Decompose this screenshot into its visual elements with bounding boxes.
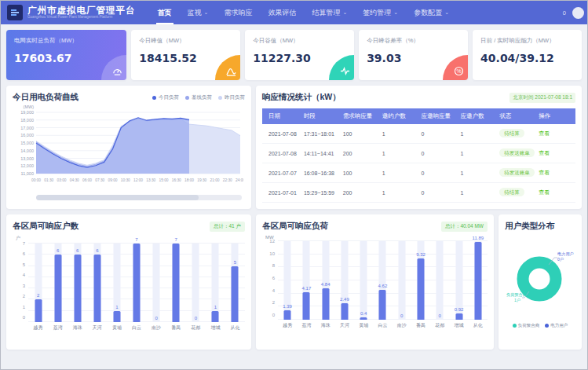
table-cell: 1	[458, 144, 497, 163]
response-table: 日期时段需求响应量邀约户数应邀响应量应邀户数状态操作 2021-07-0817:…	[262, 108, 575, 203]
table-cell: 2021-07-07	[262, 163, 301, 183]
legend-item-电力用户[interactable]: 电力用户	[545, 323, 568, 328]
table-cell: 1	[380, 183, 419, 203]
table-header-邀约户数: 邀约户数	[380, 108, 419, 124]
table-cell: 2021-07-08	[262, 124, 301, 144]
svg-text:19:30: 19:30	[197, 178, 206, 182]
bar-value-label: 6	[57, 248, 59, 253]
legend-item-昨日负荷[interactable]: 昨日负荷	[218, 94, 245, 101]
table-cell: 1	[380, 124, 419, 144]
legend-item-负荷聚合商[interactable]: 负荷聚合商	[513, 323, 540, 328]
svg-text:15,000: 15,000	[20, 141, 34, 145]
datazoom-slider[interactable]	[36, 195, 242, 200]
bar-plot-area: 1.394.174.842.490.44.6209.3200.9211.89	[278, 241, 488, 320]
table-cell: 200	[341, 183, 380, 203]
table-header-应邀户数: 应邀户数	[458, 108, 497, 124]
table-cell: 2021-07-08	[262, 144, 301, 163]
table-cell: 0	[419, 124, 458, 144]
nav-item-首页[interactable]: 首页	[150, 1, 180, 24]
y-axis-unit: MW	[265, 235, 488, 240]
district-users-total-badge: 总计：41 户	[210, 222, 245, 232]
avatar[interactable]	[572, 7, 584, 19]
table-cell: 15:29~15:59	[301, 183, 341, 203]
bar-value-label: 1	[115, 305, 118, 310]
nav-item-效果评估[interactable]: 效果评估	[260, 1, 304, 24]
response-table-body: 2021-07-0817:31~18:01100101待结算查看2021-07-…	[262, 124, 575, 203]
bar-增城: 1	[206, 244, 225, 322]
kpi-label: 日前 / 实时响应能力（MW）	[480, 37, 574, 45]
bar-value-label: 7	[135, 237, 137, 242]
table-header-状态: 状态	[497, 108, 536, 124]
kpi-card-today-peak: 今日峰值（MW） 18415.52	[131, 30, 240, 80]
nav-item-签约管理[interactable]: 签约管理⌄	[355, 1, 406, 24]
kpi-value: 11227.30	[253, 52, 346, 64]
bar-南沙: 0	[147, 244, 166, 322]
kpi-value: 40.04/39.12	[480, 52, 574, 64]
svg-text:12:00: 12:00	[133, 178, 143, 182]
response-stats-title: 响应情况统计（kW）	[262, 92, 341, 103]
status-badge: 待发送账单	[499, 168, 535, 177]
table-cell: 200	[341, 144, 380, 163]
svg-text:18:00: 18:00	[184, 178, 194, 182]
y-axis: 121086420	[262, 239, 278, 317]
view-link[interactable]: 查看	[539, 130, 550, 136]
svg-text:03:00: 03:00	[57, 178, 66, 182]
kpi-value: 39.03	[367, 52, 460, 64]
bar-从化: 11.89	[469, 241, 488, 320]
kpi-label: 今日谷值（MW）	[253, 37, 346, 45]
district-users-panel: 各区局可响应户数 总计：41 户 户7654321026661707015越秀荔…	[6, 214, 251, 350]
bar-value-label: 2	[37, 293, 39, 298]
table-cell: 1	[380, 144, 419, 163]
bar-value-label: 0	[195, 316, 197, 321]
chevron-down-icon: ⌄	[204, 9, 209, 16]
kpi-card-today-valley: 今日谷值（MW） 11227.30	[245, 30, 354, 80]
table-cell: 16:08~16:38	[301, 163, 341, 183]
datazoom-handle[interactable]	[36, 195, 199, 200]
svg-text:09:00: 09:00	[108, 178, 117, 182]
nav-item-参数配置[interactable]: 参数配置⌄	[406, 1, 457, 24]
nav-item-监视[interactable]: 监视⌄	[180, 1, 217, 24]
svg-text:16,000: 16,000	[20, 133, 34, 137]
bar-value-label: 4.84	[321, 282, 331, 287]
response-stats-panel: 响应情况统计（kW） 北京时间 2021-07-08 18:1 日期时段需求响应…	[256, 86, 582, 209]
bar-plot-area: 26661707015	[28, 244, 245, 322]
view-link[interactable]: 查看	[539, 150, 550, 156]
view-link[interactable]: 查看	[539, 170, 550, 175]
table-header-时段: 时段	[301, 108, 341, 124]
bar-value-label: 0	[400, 313, 403, 318]
svg-text:电力用户: 电力用户	[557, 251, 574, 257]
bar-白云: 4.62	[373, 241, 392, 320]
table-cell: 100	[341, 124, 380, 144]
legend-item-基线负荷[interactable]: 基线负荷	[185, 94, 212, 101]
load-curve-chart: 19,00018,00017,00016,00015,00014,00013,0…	[13, 103, 245, 192]
bar-黄埔: 0.4	[354, 241, 373, 320]
notification-count[interactable]: 0	[563, 9, 566, 16]
legend-dot-icon	[152, 96, 156, 100]
svg-text:15:00: 15:00	[159, 178, 168, 182]
x-axis-labels: 越秀荔湾海珠天河黄埔白云南沙番禺花都增城从化	[278, 322, 488, 329]
bar-value-label: 0.4	[360, 311, 367, 316]
district-load-panel: 各区局可响应负荷 总计：40.04 MW MW1210864201.394.17…	[256, 214, 494, 350]
legend-item-今日负荷[interactable]: 今日负荷	[152, 94, 179, 101]
bar-从化: 5	[225, 244, 245, 322]
table-header-日期: 日期	[262, 108, 301, 124]
nav-item-需求响应[interactable]: 需求响应	[216, 1, 260, 24]
user-type-donut-chart: 电力用户0户负荷聚合商1户	[505, 232, 575, 320]
svg-text:18,000: 18,000	[20, 118, 34, 123]
bar-花都: 0	[186, 244, 206, 322]
bar-增城: 0.92	[449, 241, 468, 320]
svg-text:24:00: 24:00	[236, 178, 243, 182]
main-nav: 首页监视⌄需求响应效果评估结算管理⌄签约管理⌄参数配置⌄	[150, 1, 458, 24]
bar-荔湾: 6	[48, 244, 68, 322]
table-row: 2021-07-0115:29~15:59200101待结算查看	[262, 183, 575, 203]
bar-value-label: 6	[76, 248, 79, 253]
bar-value-label: 9.32	[416, 252, 425, 257]
bar-越秀: 2	[28, 244, 48, 322]
view-link[interactable]: 查看	[539, 189, 550, 195]
bar-南沙: 0	[393, 241, 411, 320]
app-title: 广州市虚拟电厂管理平台	[27, 5, 136, 16]
nav-item-结算管理[interactable]: 结算管理⌄	[304, 1, 355, 24]
bar-value-label: 4.62	[378, 284, 388, 288]
bar-value-label: 0.92	[455, 307, 464, 312]
district-users-title: 各区局可响应户数	[13, 221, 79, 232]
